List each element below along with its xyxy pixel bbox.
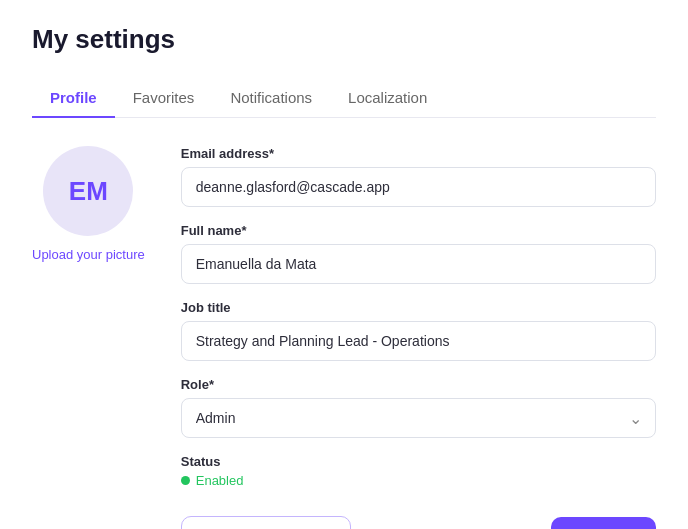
jobtitle-label: Job title	[181, 300, 656, 315]
jobtitle-group: Job title	[181, 300, 656, 361]
role-select-wrapper: Admin Member Viewer ⌄	[181, 398, 656, 438]
avatar-initials: EM	[69, 176, 108, 207]
status-row: Enabled	[181, 473, 656, 488]
page-title: My settings	[32, 24, 656, 55]
email-field[interactable]	[181, 167, 656, 207]
role-select[interactable]: Admin Member Viewer	[181, 398, 656, 438]
tab-bar: Profile Favorites Notifications Localiza…	[32, 79, 656, 118]
profile-content: EM Upload your picture Email address* Fu…	[32, 146, 656, 529]
upload-picture-link[interactable]: Upload your picture	[32, 246, 145, 264]
status-group: Status Enabled	[181, 454, 656, 488]
fullname-field[interactable]	[181, 244, 656, 284]
status-badge: Enabled	[196, 473, 244, 488]
status-label: Status	[181, 454, 656, 469]
profile-form: Email address* Full name* Job title Role…	[181, 146, 656, 529]
email-group: Email address*	[181, 146, 656, 207]
save-button[interactable]: Save	[551, 517, 656, 529]
email-label: Email address*	[181, 146, 656, 161]
tab-favorites[interactable]: Favorites	[115, 79, 213, 118]
form-actions: Change password Save	[181, 516, 656, 529]
status-dot-icon	[181, 476, 190, 485]
change-password-button[interactable]: Change password	[181, 516, 352, 529]
tab-profile[interactable]: Profile	[32, 79, 115, 118]
fullname-label: Full name*	[181, 223, 656, 238]
role-group: Role* Admin Member Viewer ⌄	[181, 377, 656, 438]
avatar-section: EM Upload your picture	[32, 146, 145, 529]
tab-localization[interactable]: Localization	[330, 79, 445, 118]
jobtitle-field[interactable]	[181, 321, 656, 361]
role-label: Role*	[181, 377, 656, 392]
avatar: EM	[43, 146, 133, 236]
tab-notifications[interactable]: Notifications	[212, 79, 330, 118]
fullname-group: Full name*	[181, 223, 656, 284]
